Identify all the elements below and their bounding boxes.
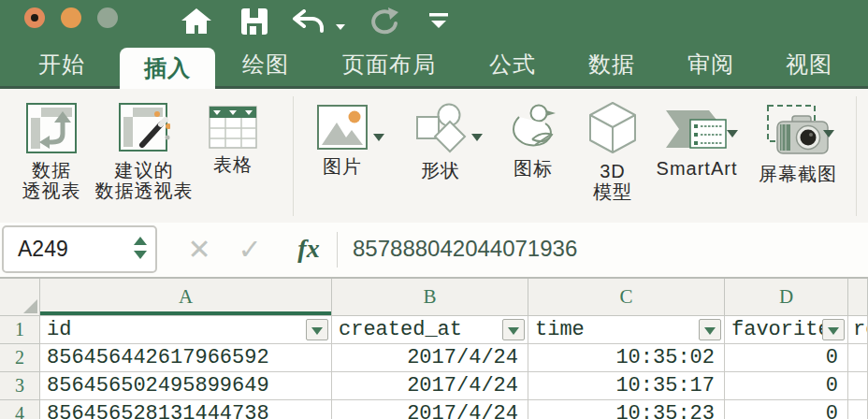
cell-a3[interactable]: 856456502495899649 <box>40 372 332 400</box>
button-label: 透视表 <box>7 181 95 201</box>
cancel-button[interactable]: ✕ <box>183 228 215 271</box>
cell-c4[interactable]: 10:35:23 <box>528 400 725 419</box>
minimize-button[interactable] <box>61 7 81 28</box>
unsaved-dot-icon <box>31 14 38 22</box>
cell-a4[interactable]: 856456528131444738 <box>40 400 332 419</box>
tab-review[interactable]: 审阅 <box>679 42 743 86</box>
tab-insert[interactable]: 插入 <box>120 48 215 89</box>
tab-draw[interactable]: 绘图 <box>232 42 299 86</box>
smartart-dropdown-icon[interactable] <box>727 130 738 137</box>
cell-e4[interactable] <box>848 400 868 419</box>
screenshot-dropdown-icon[interactable] <box>823 130 834 137</box>
button-label: 表格 <box>196 154 269 175</box>
cell-b3[interactable]: 2017/4/24 <box>332 372 528 400</box>
shapes-dropdown-icon[interactable] <box>471 134 483 141</box>
name-box[interactable]: A249 <box>2 225 157 273</box>
table-row: 2 856456442617966592 2017/4/24 10:35:02 … <box>0 344 868 372</box>
column-header-e[interactable] <box>848 279 868 316</box>
name-box-stepper[interactable] <box>134 237 147 259</box>
table-row: 3 856456502495899649 2017/4/24 10:35:17 … <box>0 372 868 400</box>
cell-b4[interactable]: 2017/4/24 <box>332 400 528 419</box>
redo-icon[interactable] <box>367 7 400 39</box>
cell-text: re <box>853 318 868 341</box>
cell-c3[interactable]: 10:35:17 <box>528 372 725 400</box>
table-icon <box>196 106 269 152</box>
cell-e2[interactable] <box>848 344 868 372</box>
button-label: 屏幕截图 <box>748 164 847 184</box>
duck-icon <box>497 102 570 156</box>
zoom-button[interactable] <box>97 7 118 28</box>
cell-text: created_at <box>339 318 462 341</box>
cell-b1[interactable]: created_at <box>332 316 528 344</box>
cell-d1[interactable]: favorites <box>725 316 848 344</box>
tab-view[interactable]: 视图 <box>777 42 841 86</box>
table-button[interactable]: 表格 <box>196 89 269 223</box>
3d-cube-icon <box>576 101 649 159</box>
button-label: 形状 <box>404 160 477 181</box>
column-header-row: A B C D <box>0 279 868 316</box>
cell-a1[interactable]: id <box>40 316 332 344</box>
formula-bar: A249 ✕ ✓ fx 857888042044071936 <box>0 223 868 279</box>
3d-models-button[interactable]: 3D 模型 <box>576 89 649 223</box>
formula-input[interactable]: 857888042044071936 <box>353 223 577 275</box>
cell-c1[interactable]: time <box>528 316 725 344</box>
column-header-b[interactable]: B <box>332 279 528 316</box>
sheet-grid: A B C D 1 id created_at time favorites <box>0 279 868 419</box>
column-header-d[interactable]: D <box>725 279 848 316</box>
save-icon[interactable] <box>240 7 268 39</box>
column-header-c[interactable]: C <box>528 279 725 316</box>
row-header-1[interactable]: 1 <box>0 316 40 344</box>
pivottable-button[interactable]: 数据 透视表 <box>7 89 95 223</box>
enter-button[interactable]: ✓ <box>234 228 266 271</box>
close-button[interactable] <box>24 7 45 28</box>
icons-button[interactable]: 图标 <box>497 89 570 223</box>
titlebar <box>0 0 868 42</box>
tab-home[interactable]: 开始 <box>28 42 95 86</box>
pivottable-icon <box>7 102 95 158</box>
cell-d4[interactable]: 0 <box>725 400 848 419</box>
cell-text: time <box>535 318 585 341</box>
cell-d2[interactable]: 0 <box>725 344 848 372</box>
tab-formulas[interactable]: 公式 <box>481 42 544 86</box>
customize-toolbar-icon[interactable] <box>429 13 448 33</box>
screenshot-button[interactable]: 屏幕截图 <box>748 89 847 223</box>
cell-d3[interactable]: 0 <box>725 372 848 400</box>
button-label: 数据 <box>7 160 95 181</box>
pictures-dropdown-icon[interactable] <box>373 134 384 141</box>
group-separator <box>293 96 294 216</box>
button-label: 图片 <box>306 156 379 177</box>
ribbon-content: 数据 透视表 建议的 数据透视表 <box>0 89 868 223</box>
tab-page-layout[interactable]: 页面布局 <box>331 42 447 86</box>
filter-button[interactable] <box>502 319 525 340</box>
pictures-button[interactable]: 图片 <box>306 89 379 223</box>
button-label: SmartArt <box>652 158 742 179</box>
tab-data[interactable]: 数据 <box>580 42 644 86</box>
cell-e1[interactable]: re <box>848 316 868 344</box>
shapes-button[interactable]: 形状 <box>404 89 477 223</box>
row-header-4[interactable]: 4 <box>0 400 40 419</box>
select-all-corner[interactable] <box>0 279 40 316</box>
filter-button[interactable] <box>306 319 328 340</box>
cell-a2[interactable]: 856456442617966592 <box>40 344 332 372</box>
row-header-2[interactable]: 2 <box>0 344 40 372</box>
stepper-up-icon[interactable] <box>134 237 147 245</box>
recommended-pivottables-button[interactable]: 建议的 数据透视表 <box>94 89 195 223</box>
insert-function-button[interactable]: fx <box>290 226 327 271</box>
smartart-button[interactable]: SmartArt <box>652 89 742 223</box>
cell-text: id <box>47 318 71 341</box>
undo-dropdown-icon[interactable] <box>335 18 346 35</box>
pictures-icon <box>306 104 379 154</box>
shapes-icon <box>404 102 477 158</box>
filter-button[interactable] <box>699 319 721 340</box>
filter-button[interactable] <box>822 319 845 340</box>
ribbon-tab-bar: 开始 插入 绘图 页面布局 公式 数据 审阅 视图 <box>0 42 868 89</box>
cell-b2[interactable]: 2017/4/24 <box>332 344 528 372</box>
cell-c2[interactable]: 10:35:02 <box>528 344 725 372</box>
column-header-a[interactable]: A <box>40 279 332 316</box>
home-icon[interactable] <box>180 7 213 40</box>
button-label: 模型 <box>576 181 649 202</box>
cell-e3[interactable] <box>848 372 868 400</box>
undo-icon[interactable] <box>292 9 326 37</box>
row-header-3[interactable]: 3 <box>0 372 40 400</box>
stepper-down-icon[interactable] <box>134 251 147 259</box>
